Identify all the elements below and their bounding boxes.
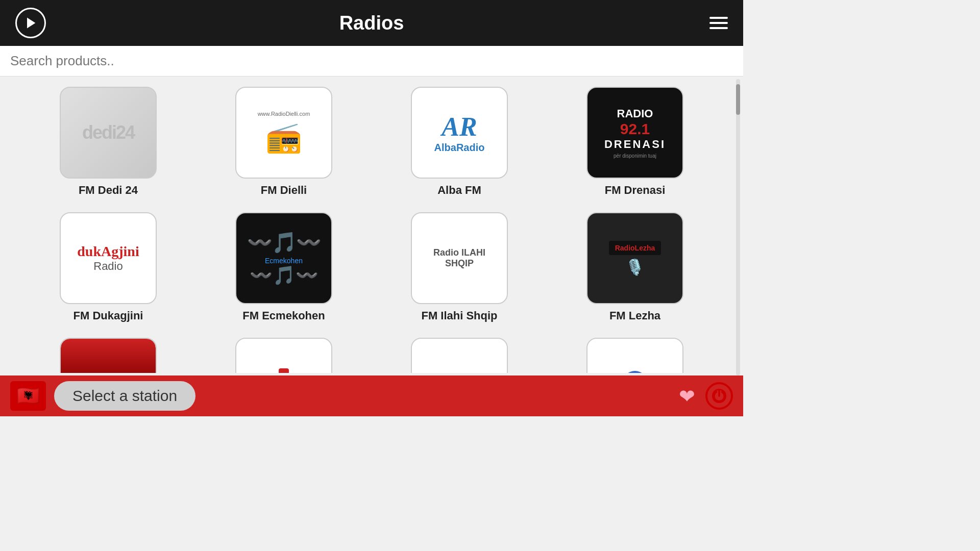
search-input[interactable] bbox=[10, 53, 733, 69]
heart-icon: ❤ bbox=[679, 386, 695, 407]
play-button[interactable] bbox=[15, 8, 46, 38]
menu-line-2 bbox=[709, 22, 728, 24]
station-logo-partial3: 📊 RadioBugario 📊 bbox=[411, 338, 508, 373]
station-name-alba: Alba FM bbox=[437, 184, 481, 197]
svg-marker-0 bbox=[27, 18, 35, 29]
station-name-dielli: FM Dielli bbox=[261, 184, 307, 197]
station-card-ilahi[interactable]: Radio ILAHI SHQIP FM Ilahi Shqip bbox=[382, 212, 537, 322]
station-logo-ilahi: Radio ILAHI SHQIP bbox=[411, 212, 508, 304]
station-logo-lezha: RadioLezha 🎙️ bbox=[586, 212, 683, 304]
station-card-partial1[interactable] bbox=[31, 338, 186, 373]
station-card-partial2[interactable] bbox=[206, 338, 361, 373]
station-logo-partial1 bbox=[60, 338, 157, 373]
scrollbar-thumb[interactable] bbox=[736, 84, 740, 115]
station-logo-alba: AR AlbaRadio bbox=[411, 87, 508, 179]
scrollbar-track bbox=[736, 79, 740, 375]
menu-button[interactable] bbox=[709, 17, 728, 29]
station-card-lezha[interactable]: RadioLezha 🎙️ FM Lezha bbox=[557, 212, 713, 322]
station-logo-dukagjini: dukAgjini Radio bbox=[60, 212, 157, 304]
station-card-dielli[interactable]: www.RadioDielli.com 📻 FM Dielli bbox=[206, 87, 361, 197]
station-logo-partial4 bbox=[586, 338, 683, 373]
station-card-dedi24[interactable]: dedi24 FM Dedi 24 bbox=[31, 87, 186, 197]
bottom-bar: 🇦🇱 Select a station ❤ bbox=[0, 375, 743, 416]
station-name-dukagjini: FM Dukagjini bbox=[74, 309, 143, 322]
menu-line-3 bbox=[709, 27, 728, 29]
flag-icon: 🇦🇱 bbox=[17, 385, 40, 407]
station-logo-partial2 bbox=[235, 338, 332, 373]
menu-line-1 bbox=[709, 17, 728, 19]
station-card-dukagjini[interactable]: dukAgjini Radio FM Dukagjini bbox=[31, 212, 186, 322]
page-title: Radios bbox=[339, 12, 404, 34]
search-bar bbox=[0, 46, 743, 77]
station-name-drenasi: FM Drenasi bbox=[605, 184, 666, 197]
station-name-dedi24: FM Dedi 24 bbox=[79, 184, 138, 197]
stations-grid: dedi24 FM Dedi 24 www.RadioDielli.com 📻 … bbox=[0, 77, 743, 373]
station-name-ilahi: FM Ilahi Shqip bbox=[421, 309, 497, 322]
station-card-partial3[interactable]: 📊 RadioBugario 📊 bbox=[382, 338, 537, 373]
flag-button[interactable]: 🇦🇱 bbox=[10, 381, 46, 411]
station-card-alba[interactable]: AR AlbaRadio Alba FM bbox=[382, 87, 537, 197]
station-logo-dielli: www.RadioDielli.com 📻 bbox=[235, 87, 332, 179]
favorites-button[interactable]: ❤ bbox=[679, 385, 695, 408]
bottom-right-controls: ❤ bbox=[679, 382, 733, 410]
station-name-ecmekohen: FM Ecmekohen bbox=[242, 309, 325, 322]
station-logo-ecmekohen: 〰️🎵〰️ Ecmekohen 〰️🎵〰️ bbox=[235, 212, 332, 304]
station-name-lezha: FM Lezha bbox=[609, 309, 660, 322]
station-card-drenasi[interactable]: RADIO 92.1 DRENASI për disponimin tuaj F… bbox=[557, 87, 713, 197]
select-station-label: Select a station bbox=[54, 381, 195, 411]
header: Radios bbox=[0, 0, 743, 46]
power-button[interactable] bbox=[705, 382, 733, 410]
station-card-partial4[interactable] bbox=[557, 338, 713, 373]
station-card-ecmekohen[interactable]: 〰️🎵〰️ Ecmekohen 〰️🎵〰️ FM Ecmekohen bbox=[206, 212, 361, 322]
station-logo-dedi24: dedi24 bbox=[60, 87, 157, 179]
station-logo-drenasi: RADIO 92.1 DRENASI për disponimin tuaj bbox=[586, 87, 683, 179]
